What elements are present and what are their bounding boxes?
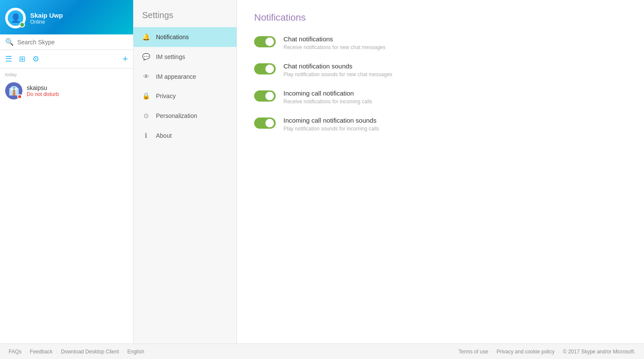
chat-sounds-toggle[interactable] (254, 63, 276, 74)
settings-icon[interactable]: ⚙ (32, 54, 39, 64)
sidebar-item-personalization[interactable]: ⊙ Personalization (134, 106, 236, 126)
toggle-track[interactable] (254, 63, 276, 74)
chat-notifications-toggle[interactable] (254, 36, 276, 47)
section-label: today (0, 68, 133, 79)
search-input[interactable] (17, 39, 128, 46)
dnd-status-dot (17, 94, 22, 99)
toggle-track[interactable] (254, 36, 276, 47)
contact-substatus: Do not disturb (27, 91, 59, 97)
search-icon: 🔍 (5, 38, 14, 46)
notification-text: Incoming call notification sounds Play n… (283, 117, 379, 132)
toggle-thumb (265, 119, 274, 127)
sidebar-actions: ☰ ⊞ ⚙ + (0, 50, 133, 68)
notif-title: Incoming call notification sounds (283, 117, 379, 124)
contact-name: skaipsu (27, 84, 59, 91)
status-indicator (19, 22, 25, 28)
page-title: Notifications (254, 12, 627, 23)
notif-title: Chat notification sounds (283, 62, 392, 70)
search-bar: 🔍 (0, 34, 133, 50)
incoming-call-sounds-toggle[interactable] (254, 118, 276, 129)
add-button[interactable]: + (122, 53, 128, 65)
incoming-call-toggle[interactable] (254, 90, 276, 102)
notif-desc: Receive notifications for new chat messa… (283, 44, 386, 50)
notification-text: Chat notification sounds Play notificati… (283, 62, 392, 77)
notifications-icon: 🔔 (142, 33, 150, 41)
privacy-policy-link[interactable]: Privacy and cookie policy (497, 349, 555, 355)
settings-panel: Settings 🔔 Notifications 💬 IM settings 👁… (134, 0, 237, 344)
im-appearance-label: IM appearance (156, 73, 196, 80)
faqs-link[interactable]: FAQs (9, 349, 22, 355)
notification-text: Chat notifications Receive notifications… (283, 35, 386, 50)
sidebar: 👤 Skaip Uwp Online 🔍 ☰ ⊞ ⚙ + today (0, 0, 134, 344)
toggle-thumb (265, 92, 274, 100)
personalization-label: Personalization (156, 112, 197, 119)
avatar: 👔 (5, 82, 22, 99)
notif-desc: Receive notifications for incoming calls (283, 99, 372, 105)
footer-left: FAQs · Feedback · Download Desktop Clien… (9, 349, 144, 355)
notification-row-chat-sounds: Chat notification sounds Play notificati… (254, 62, 627, 77)
privacy-label: Privacy (156, 93, 176, 99)
im-appearance-icon: 👁 (142, 73, 150, 80)
notif-title: Chat notifications (283, 35, 386, 43)
sidebar-header: 👤 Skaip Uwp Online (0, 0, 133, 34)
user-info: Skaip Uwp Online (30, 12, 63, 25)
user-status: Online (30, 19, 63, 25)
about-label: About (156, 132, 172, 139)
sidebar-item-im-settings[interactable]: 💬 IM settings (134, 47, 236, 67)
personalization-icon: ⊙ (142, 112, 150, 120)
notif-desc: Play notification sounds for incoming ca… (283, 126, 379, 132)
list-item[interactable]: 👔 skaipsu Do not disturb (0, 79, 133, 103)
notification-row-incoming-call-sounds: Incoming call notification sounds Play n… (254, 117, 627, 132)
tie-icon: 👔 (9, 86, 19, 96)
toggle-track[interactable] (254, 118, 276, 129)
notifications-label: Notifications (156, 34, 189, 40)
sidebar-item-notifications[interactable]: 🔔 Notifications (134, 27, 236, 47)
im-settings-icon: 💬 (142, 53, 150, 61)
feedback-link[interactable]: Feedback (30, 349, 53, 355)
main-content: Notifications Chat notifications Receive… (237, 0, 644, 344)
notification-row-chat: Chat notifications Receive notifications… (254, 35, 627, 50)
user-name: Skaip Uwp (30, 12, 63, 19)
notif-desc: Play notification sounds for new chat me… (283, 71, 392, 77)
download-link[interactable]: Download Desktop Client (61, 349, 119, 355)
settings-title: Settings (134, 0, 236, 27)
im-settings-label: IM settings (156, 53, 185, 60)
copyright-text: © 2017 Skype and/or Microsoft. (563, 349, 635, 355)
toggle-thumb (265, 37, 274, 46)
sidebar-item-privacy[interactable]: 🔒 Privacy (134, 86, 236, 106)
notification-text: Incoming call notification Receive notif… (283, 90, 372, 105)
grid-view-icon[interactable]: ⊞ (19, 54, 25, 64)
footer-right: Terms of use · Privacy and cookie policy… (459, 349, 635, 355)
sidebar-item-about[interactable]: ℹ About (134, 126, 236, 145)
footer: FAQs · Feedback · Download Desktop Clien… (0, 344, 644, 359)
avatar[interactable]: 👤 (5, 8, 26, 28)
contact-info: skaipsu Do not disturb (27, 84, 59, 97)
toggle-thumb (265, 65, 274, 73)
toggle-track[interactable] (254, 90, 276, 102)
notification-row-incoming-call: Incoming call notification Receive notif… (254, 90, 627, 105)
terms-link[interactable]: Terms of use (459, 349, 488, 355)
list-view-icon[interactable]: ☰ (5, 54, 12, 64)
privacy-icon: 🔒 (142, 92, 150, 100)
sidebar-item-im-appearance[interactable]: 👁 IM appearance (134, 67, 236, 86)
about-icon: ℹ (142, 132, 150, 139)
notif-title: Incoming call notification (283, 90, 372, 97)
language-link[interactable]: English (128, 349, 144, 355)
